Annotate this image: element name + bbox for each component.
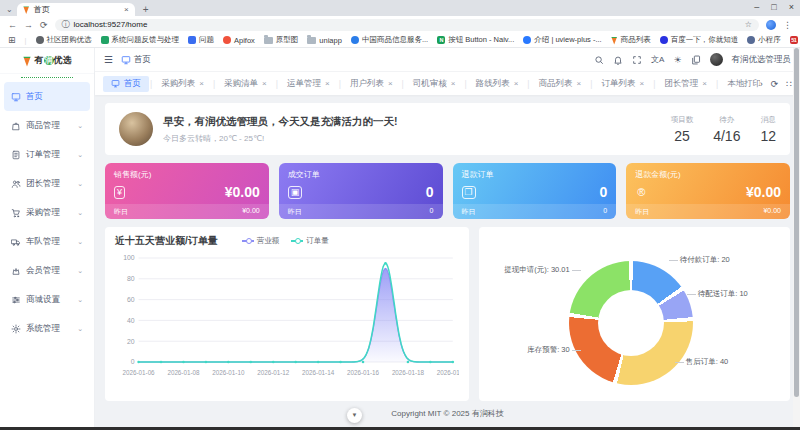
reload-icon[interactable]: ⟳ xyxy=(40,20,48,30)
browser-tab[interactable]: 首页 × xyxy=(17,3,135,16)
tab-close-icon[interactable]: × xyxy=(639,79,644,88)
tab-close-icon[interactable]: × xyxy=(514,79,519,88)
bookmark-item[interactable]: Apifox xyxy=(223,36,255,45)
line-chart-card: 近十五天营业额/订单量 营业额订单量 0204060801002026-01-0… xyxy=(105,227,469,401)
breadcrumb-label: 首页 xyxy=(134,54,151,66)
divider: | xyxy=(464,79,466,89)
new-tab-button[interactable]: + xyxy=(143,4,149,15)
sidebar-item[interactable]: 车队管理⌄ xyxy=(4,227,90,256)
bookmark-item[interactable]: 小程序 xyxy=(747,35,781,45)
welcome-text: 早安，有润优选管理员，今天又是充满活力的一天! 今日多云转晴，20℃ - 25℃… xyxy=(163,115,398,144)
user-avatar-small[interactable] xyxy=(710,53,723,66)
page-tab[interactable]: 商品列表× xyxy=(531,76,590,92)
browser-profile-avatar[interactable] xyxy=(766,20,776,30)
tab-search-icon[interactable]: ⌄ xyxy=(6,5,13,14)
page-tab[interactable]: 本地打印 xyxy=(719,76,759,92)
page-scrollbar[interactable] xyxy=(793,48,800,427)
scroll-to-bottom-button[interactable]: ▼ xyxy=(347,408,362,423)
bookmark-favicon-letter: N xyxy=(437,36,445,44)
hamburger-icon[interactable]: ☰ xyxy=(104,54,113,65)
member-icon xyxy=(11,266,21,276)
bookmark-item[interactable]: N按钮 Button - Naiv... xyxy=(437,35,514,45)
bookmark-item[interactable]: 原型图 xyxy=(264,35,299,45)
bookmark-item[interactable]: 51java前后端交互 数... xyxy=(790,35,800,45)
sidebar-item[interactable]: 系统管理⌄ xyxy=(4,314,90,343)
bookmark-item[interactable]: 系统问题反馈与处理 xyxy=(101,35,180,45)
legend-item[interactable]: 营业额 xyxy=(242,236,280,246)
stat-card-value: 0 xyxy=(599,184,607,200)
footer-copyright: Copyright MIT © 2025 有润科技 xyxy=(105,401,790,419)
page-info-icon[interactable]: ⓘ xyxy=(62,19,70,30)
tab-close-icon[interactable]: × xyxy=(702,79,707,88)
tab-close-icon[interactable]: × xyxy=(325,79,330,88)
page-tab[interactable]: 运单管理× xyxy=(279,76,338,92)
stat-card-footer-label: 昨日 xyxy=(114,207,128,217)
page-tab[interactable]: 路线列表× xyxy=(468,76,527,92)
back-icon[interactable]: ← xyxy=(8,20,17,30)
weather: 今日多云转晴，20℃ - 25℃! xyxy=(163,133,398,144)
app-logo[interactable]: 有润优选 xyxy=(0,48,94,74)
page-tab[interactable]: 用户列表× xyxy=(342,76,401,92)
forward-icon[interactable]: → xyxy=(24,20,33,30)
sidebar-item-label: 团长管理 xyxy=(26,178,60,190)
bookmark-item[interactable]: 社区团购优选 xyxy=(36,35,92,45)
url-text[interactable]: localhost:9527/home xyxy=(74,20,741,29)
bell-icon[interactable] xyxy=(613,55,623,65)
tabs-scroll-right-icon[interactable]: › xyxy=(760,79,763,89)
page-tab[interactable]: 团长管理× xyxy=(656,76,715,92)
bookmark-item[interactable]: 百度一下，你就知道 xyxy=(660,35,739,45)
bookmark-item[interactable]: 中国商品信息服务... xyxy=(351,35,428,45)
sidebar-item-label: 系统管理 xyxy=(26,323,60,335)
bookmark-item[interactable]: 问题 xyxy=(188,35,214,45)
page-tab[interactable]: 订单列表× xyxy=(593,76,652,92)
page-tab[interactable]: 司机审核× xyxy=(405,76,464,92)
box-icon: ▣ xyxy=(288,186,303,199)
bookmark-favicon-link xyxy=(747,36,755,44)
language-icon[interactable]: 文A xyxy=(651,54,664,65)
sidebar-item[interactable]: 商品管理⌄ xyxy=(4,111,90,140)
fullscreen-icon[interactable] xyxy=(632,55,642,65)
page-tab[interactable]: 采购清单× xyxy=(216,76,275,92)
sidebar-item[interactable]: 团长管理⌄ xyxy=(4,169,90,198)
bookmark-star-icon[interactable]: ☆ xyxy=(745,20,752,29)
legend-item[interactable]: 订单量 xyxy=(291,236,329,246)
sidebar-item[interactable]: 首页 xyxy=(4,82,90,111)
maximize-icon[interactable]: □ xyxy=(771,1,776,13)
tab-close-icon[interactable]: × xyxy=(262,79,267,88)
minimize-icon[interactable]: – xyxy=(754,1,759,13)
bookmark-favicon-carrot xyxy=(611,36,618,45)
bookmark-favicon-circle xyxy=(223,36,231,44)
bookmark-item[interactable]: 商品列表 xyxy=(611,35,651,45)
apps-grid-icon[interactable]: ⊞ xyxy=(8,35,16,45)
sidebar-item[interactable]: 会员管理⌄ xyxy=(4,256,90,285)
tabs-refresh-icon[interactable]: ⟳ xyxy=(771,79,779,89)
sidebar-item[interactable]: 采购管理⌄ xyxy=(4,198,90,227)
tab-close-icon[interactable]: × xyxy=(577,79,582,88)
close-icon[interactable]: × xyxy=(789,1,794,13)
home-icon xyxy=(111,79,120,88)
tab-close-icon[interactable]: × xyxy=(199,79,204,88)
omnibox[interactable]: ⓘ localhost:9527/home ☆ xyxy=(55,19,759,31)
page-tab[interactable]: 首页 xyxy=(103,76,149,92)
sidebar-item[interactable]: 商城设置⌄ xyxy=(4,285,90,314)
stat-todo: 待办 4/16 xyxy=(713,115,740,144)
document-copy-icon[interactable] xyxy=(691,55,701,65)
scrollbar-thumb[interactable] xyxy=(794,48,799,397)
stat-card-footer-value: 0 xyxy=(430,207,434,217)
sidebar-item[interactable]: 订单管理⌄ xyxy=(4,140,90,169)
tab-close-icon[interactable]: × xyxy=(124,5,129,14)
bookmark-item[interactable]: 介绍 | uview-plus -... xyxy=(523,35,601,45)
page-tab[interactable]: 采购列表× xyxy=(153,76,212,92)
tab-close-icon[interactable]: × xyxy=(388,79,393,88)
svg-text:60: 60 xyxy=(127,296,135,303)
tabs-grid-icon[interactable]: ∷ xyxy=(786,79,792,89)
theme-sun-icon[interactable]: ☀ xyxy=(673,55,681,65)
browser-menu-icon[interactable]: ⋮ xyxy=(783,20,792,30)
svg-text:40: 40 xyxy=(127,317,135,324)
donut-label: 库存预警: 30 xyxy=(483,345,583,355)
tab-close-icon[interactable]: × xyxy=(451,79,456,88)
bookmark-label: uniapp xyxy=(319,36,342,45)
bookmark-label: 小程序 xyxy=(758,35,781,45)
bookmark-item[interactable]: uniapp xyxy=(307,36,342,45)
search-icon[interactable] xyxy=(594,55,604,65)
